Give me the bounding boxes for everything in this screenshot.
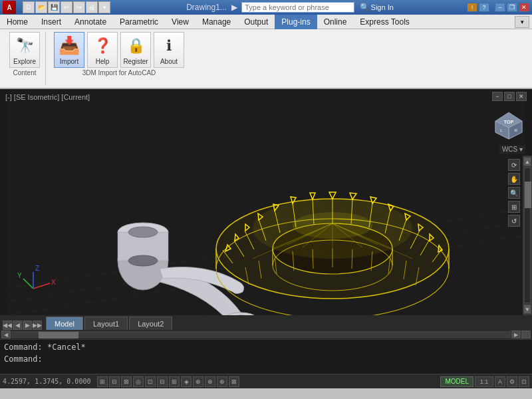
menu-annotate[interactable]: Annotate <box>68 15 113 29</box>
help-button[interactable]: ❓ Help <box>87 32 118 68</box>
search-icon: 🔍 <box>360 3 370 12</box>
explore-icon: 🔭 <box>14 35 35 57</box>
svg-point-11 <box>128 255 158 266</box>
ribbon-group-3dm-buttons: 📥 Import ❓ Help 🔒 Register ℹ About <box>54 32 184 68</box>
svg-text:Z: Z <box>35 265 39 272</box>
sign-in-btn[interactable]: Sign In <box>371 3 394 11</box>
ribbon-group-buttons: 🔭 Explore <box>9 32 40 68</box>
about-button[interactable]: ℹ About <box>154 32 184 68</box>
command-area: Command: *Cancel* Command: <box>0 339 532 374</box>
hscroll-left-btn[interactable]: ◀ <box>1 331 11 338</box>
regen-tool[interactable]: ↺ <box>508 215 520 227</box>
close-btn[interactable]: ✕ <box>519 3 529 12</box>
menu-bar: Home Insert Annotate Parametric View Man… <box>0 15 532 29</box>
tab-prev-btn[interactable]: ◀ <box>13 321 22 330</box>
menu-plugins[interactable]: Plug-ins <box>275 15 317 29</box>
warning-btn[interactable]: ! <box>467 3 477 12</box>
explore-button[interactable]: 🔭 Explore <box>9 32 40 68</box>
qa-redo[interactable]: ↪ <box>73 1 85 13</box>
menu-manage[interactable]: Manage <box>196 15 237 29</box>
tab-last-btn[interactable]: ▶▶ <box>33 321 42 330</box>
qa-open[interactable]: 📂 <box>35 1 47 13</box>
minimize-btn[interactable]: − <box>495 3 505 12</box>
tab-model[interactable]: Model <box>46 317 83 330</box>
hscroll-thumb[interactable] <box>39 332 78 338</box>
extent-tool[interactable]: ⊞ <box>508 201 520 213</box>
menu-express-tools[interactable]: Express Tools <box>353 15 416 29</box>
title-bar-title: Drawing1... ▶ 🔍 Sign In <box>113 2 467 13</box>
qa-save[interactable]: 💾 <box>48 1 60 13</box>
annot-scale-btn[interactable]: A <box>495 376 505 387</box>
search-input[interactable] <box>241 2 354 13</box>
ortho-btn[interactable]: ⊠ <box>121 376 132 387</box>
help-btn[interactable]: ? <box>479 3 489 12</box>
ribbon-toggle-btn[interactable]: ▾ <box>515 16 529 28</box>
qprop-btn[interactable]: ⊕ <box>217 376 227 387</box>
dynin-btn[interactable]: ◈ <box>181 376 192 387</box>
import-button[interactable]: 📥 Import <box>54 32 84 68</box>
viewport-minimize-btn[interactable]: − <box>492 92 503 101</box>
scrollbar-track[interactable] <box>524 168 531 303</box>
osnap-btn[interactable]: ⊡ <box>145 376 156 387</box>
register-button[interactable]: 🔒 Register <box>120 32 151 68</box>
model-mode-btn[interactable]: MODEL <box>440 376 473 387</box>
scrollbar-thumb[interactable] <box>525 182 531 208</box>
status-bar: 4.2597, 1.3745, 0.0000 ⊞ ⊟ ⊠ ◎ ⊡ ⊟ ⊞ ◈ ⊕… <box>0 374 532 388</box>
clean-screen-btn[interactable]: ⊡ <box>519 376 529 387</box>
menu-output[interactable]: Output <box>237 15 275 29</box>
qa-undo[interactable]: ↩ <box>61 1 72 13</box>
qa-more[interactable]: ▾ <box>98 1 110 13</box>
tab-bar: ◀◀ ◀ ▶ ▶▶ Model Layout1 Layout2 <box>0 315 532 330</box>
ribbon-group-3dm: 📥 Import ❓ Help 🔒 Register ℹ About 3DM I… <box>49 32 190 85</box>
hscroll-track[interactable] <box>11 331 511 338</box>
viewport-restore-btn[interactable]: □ <box>504 92 515 101</box>
ribbon: 🔭 Explore Content 📥 Import ❓ Help 🔒 R <box>0 29 532 89</box>
scroll-down-btn[interactable]: ▼ <box>523 305 531 314</box>
3d-scene: X Y Z <box>0 89 532 315</box>
svg-point-10 <box>128 227 158 237</box>
scrollbar-horizontal[interactable]: ◀ ▶ <box>0 330 532 339</box>
otrack-btn[interactable]: ⊟ <box>157 376 168 387</box>
qa-print[interactable]: 🖨 <box>86 1 98 13</box>
restore-btn[interactable]: ❐ <box>507 3 517 12</box>
ducs-btn[interactable]: ⊞ <box>169 376 180 387</box>
command-line-1: Command: *Cancel* <box>4 341 528 353</box>
workspace-btn[interactable]: ⚙ <box>507 376 517 387</box>
zoom-tool[interactable]: 🔍 <box>508 187 520 199</box>
viewport: X Y Z [-] [SE Isometric] [Current] − □ ✕… <box>0 89 532 315</box>
tab-nav-buttons: ◀◀ ◀ ▶ ▶▶ <box>3 321 42 330</box>
menu-online[interactable]: Online <box>317 15 354 29</box>
quick-access-toolbar: 🗋 📂 💾 ↩ ↪ 🖨 ▾ <box>20 1 113 13</box>
grid-btn[interactable]: ⊟ <box>109 376 120 387</box>
lineweight-btn[interactable]: ⊕ <box>193 376 203 387</box>
hscroll-corner <box>521 331 531 338</box>
svg-text:Y: Y <box>17 272 22 279</box>
tab-layout2[interactable]: Layout2 <box>129 317 172 330</box>
menu-insert[interactable]: Insert <box>35 15 68 29</box>
snap-btn[interactable]: ⊞ <box>97 376 108 387</box>
cube-navigator[interactable]: TOP R L <box>492 109 525 142</box>
vp-scale-btn[interactable]: 1:1 <box>475 376 493 387</box>
viewport-label: [-] [SE Isometric] [Current] <box>5 93 90 101</box>
wcs-label[interactable]: WCS ▾ <box>499 145 525 154</box>
pan-tool[interactable]: ✋ <box>508 173 520 185</box>
qa-new[interactable]: 🗋 <box>23 1 35 13</box>
tab-layout1[interactable]: Layout1 <box>84 317 128 330</box>
svg-text:X: X <box>51 279 56 286</box>
viewport-close-btn[interactable]: ✕ <box>516 92 527 101</box>
scrollbar-vertical[interactable]: ▲ ▼ <box>523 156 532 315</box>
polar-btn[interactable]: ◎ <box>133 376 144 387</box>
orbit-tool[interactable]: ⟳ <box>508 159 520 171</box>
title-bar: A 🗋 📂 💾 ↩ ↪ 🖨 ▾ Drawing1... ▶ 🔍 Sign In … <box>0 0 532 15</box>
hscroll-right-btn[interactable]: ▶ <box>511 331 521 338</box>
sel-cycle-btn[interactable]: ⊠ <box>229 376 239 387</box>
menu-view[interactable]: View <box>165 15 196 29</box>
tool-icons-panel: ⟳ ✋ 🔍 ⊞ ↺ <box>508 159 520 227</box>
menu-parametric[interactable]: Parametric <box>113 15 165 29</box>
menu-home[interactable]: Home <box>0 15 35 29</box>
tpmode-btn[interactable]: ⊗ <box>205 376 215 387</box>
scroll-up-btn[interactable]: ▲ <box>523 157 531 166</box>
tab-first-btn[interactable]: ◀◀ <box>3 321 12 330</box>
register-icon: 🔒 <box>125 35 146 57</box>
tab-next-btn[interactable]: ▶ <box>23 321 32 330</box>
